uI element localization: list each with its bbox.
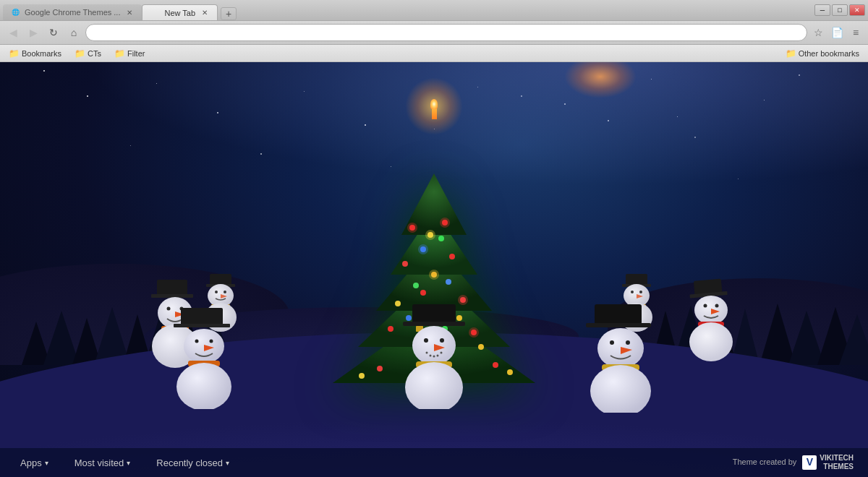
svg-point-64 — [215, 291, 218, 293]
most-visited-button[interactable]: Most visited ▾ — [69, 455, 137, 471]
background-scene — [0, 62, 868, 477]
svg-point-113 — [626, 340, 630, 345]
svg-point-100 — [440, 338, 444, 343]
tab-close-button[interactable]: ✕ — [124, 7, 135, 17]
bookmark-label: Bookmarks — [22, 49, 61, 58]
svg-point-48 — [438, 236, 444, 241]
svg-point-122 — [210, 340, 213, 343]
tab-label: Google Chrome Themes ... — [25, 8, 120, 17]
svg-point-104 — [437, 355, 439, 357]
main-content: Apps ▾ Most visited ▾ Recently closed ▾ … — [0, 62, 868, 477]
tab-favicon-new — [150, 8, 160, 18]
address-bar[interactable] — [85, 24, 807, 41]
tab-google-chrome-themes[interactable]: 🌐 Google Chrome Themes ... ✕ — [3, 4, 142, 20]
home-button[interactable]: ⌂ — [65, 24, 82, 41]
svg-rect-84 — [151, 294, 193, 298]
svg-rect-115 — [174, 324, 230, 327]
svg-point-82 — [715, 304, 719, 308]
maximize-button[interactable]: □ — [832, 4, 848, 16]
tab-favicon: 🌐 — [10, 7, 20, 17]
tab-close-active-button[interactable]: ✕ — [200, 8, 210, 18]
bookmark-filter-label: Filter — [127, 49, 145, 58]
svg-point-101 — [426, 352, 428, 354]
snowman-right — [676, 275, 745, 365]
svg-point-54 — [429, 270, 439, 280]
back-button[interactable]: ◀ — [4, 24, 22, 41]
folder-icon-cts: 📁 — [75, 48, 85, 59]
svg-point-55 — [418, 244, 428, 254]
folder-icon-other: 📁 — [786, 48, 796, 59]
bookmarks-bar: 📁 Bookmarks 📁 CTs 📁 Filter 📁 Other bookm… — [0, 45, 868, 62]
svg-point-32 — [388, 326, 393, 332]
svg-point-34 — [377, 366, 383, 371]
apps-arrow: ▾ — [45, 459, 48, 467]
svg-point-42 — [359, 373, 365, 379]
svg-rect-66 — [626, 274, 647, 285]
bottom-bar: Apps ▾ Most visited ▾ Recently closed ▾ … — [0, 448, 868, 477]
bookmark-cts[interactable]: 📁 CTs — [72, 47, 104, 60]
tab-label-active: New Tab — [164, 9, 195, 17]
svg-point-105 — [441, 352, 443, 354]
browser-window: 🌐 Google Chrome Themes ... ✕ New Tab ✕ +… — [0, 0, 868, 477]
svg-point-102 — [430, 355, 432, 357]
svg-point-29 — [449, 254, 455, 259]
svg-point-51 — [407, 223, 417, 233]
snowman-front-center — [394, 301, 474, 412]
candle-stick — [432, 106, 437, 119]
svg-point-52 — [440, 218, 450, 228]
tab-new-tab[interactable]: New Tab ✕ — [142, 4, 218, 20]
vikitech-logo: V VIKITECHTHEMES — [802, 454, 854, 471]
theme-credit-text: Theme created by — [733, 457, 797, 468]
menu-icon[interactable]: ≡ — [848, 25, 864, 40]
svg-point-81 — [704, 304, 707, 308]
svg-point-79 — [689, 322, 733, 361]
svg-rect-58 — [210, 274, 231, 285]
svg-point-119 — [176, 363, 231, 409]
candle-flame — [430, 99, 438, 109]
folder-icon: 📁 — [9, 48, 20, 59]
svg-point-99 — [424, 338, 428, 343]
svg-point-43 — [507, 369, 513, 375]
tab-bar: 🌐 Google Chrome Themes ... ✕ New Tab ✕ + — [3, 0, 814, 20]
bookmark-bookmarks[interactable]: 📁 Bookmarks — [6, 47, 64, 60]
snowman-front-right — [579, 301, 665, 416]
svg-rect-92 — [403, 322, 465, 326]
vikitech-v-icon: V — [802, 455, 817, 470]
bookmark-cts-label: CTs — [88, 49, 101, 58]
svg-point-30 — [420, 290, 426, 296]
other-bookmarks[interactable]: 📁 Other bookmarks — [783, 47, 862, 60]
vikitech-brand-text: VIKITECHTHEMES — [820, 454, 854, 471]
close-button[interactable]: ✕ — [849, 4, 865, 16]
apps-label: Apps — [20, 457, 42, 468]
svg-point-41 — [478, 344, 484, 350]
navigation-bar: ◀ ▶ ↻ ⌂ ☆ 📄 ≡ — [0, 20, 868, 45]
most-visited-label: Most visited — [75, 457, 124, 468]
svg-point-35 — [493, 362, 498, 368]
apps-button[interactable]: Apps ▾ — [14, 455, 54, 471]
svg-point-65 — [224, 291, 226, 293]
minimize-button[interactable]: ─ — [814, 4, 830, 16]
svg-rect-106 — [595, 304, 642, 325]
reload-button[interactable]: ↻ — [45, 24, 62, 41]
recently-closed-label: Recently closed — [156, 457, 223, 468]
star-icon[interactable]: ☆ — [810, 25, 826, 40]
svg-point-103 — [433, 356, 435, 358]
svg-point-72 — [631, 291, 634, 293]
recently-closed-arrow: ▾ — [226, 459, 229, 467]
svg-point-121 — [195, 340, 199, 343]
svg-point-28 — [402, 261, 408, 267]
svg-point-49 — [413, 283, 419, 288]
forward-button[interactable]: ▶ — [25, 24, 42, 41]
bookmark-filter[interactable]: 📁 Filter — [111, 47, 148, 60]
theme-credit: Theme created by V VIKITECHTHEMES — [733, 454, 854, 471]
svg-point-53 — [425, 230, 435, 240]
new-tab-button[interactable]: + — [221, 7, 237, 20]
url-input[interactable] — [93, 27, 799, 38]
page-icon[interactable]: 📄 — [829, 25, 845, 40]
svg-rect-114 — [181, 308, 223, 325]
recently-closed-button[interactable]: Recently closed ▾ — [150, 455, 235, 471]
svg-point-97 — [405, 362, 463, 409]
title-bar: 🌐 Google Chrome Themes ... ✕ New Tab ✕ +… — [0, 0, 868, 20]
folder-icon-filter: 📁 — [114, 48, 125, 59]
svg-point-45 — [446, 279, 451, 285]
